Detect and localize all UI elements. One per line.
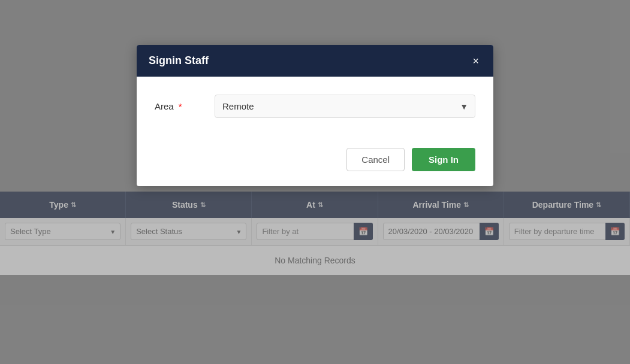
area-label: Area * [155,101,203,111]
signin-modal: Signin Staff × Area * Remote On-site Off… [137,45,493,186]
modal-close-button[interactable]: × [470,56,481,66]
modal-overlay: Signin Staff × Area * Remote On-site Off… [0,0,630,364]
modal-title: Signin Staff [149,54,209,67]
area-select[interactable]: Remote On-site Office [215,95,475,118]
modal-body: Area * Remote On-site Office ▼ [137,77,493,142]
required-star: * [179,101,182,111]
modal-header: Signin Staff × [137,45,493,77]
area-form-group: Area * Remote On-site Office ▼ [155,95,475,118]
signin-button[interactable]: Sign In [412,148,475,171]
cancel-button[interactable]: Cancel [346,148,405,171]
modal-footer: Cancel Sign In [137,142,493,186]
area-select-wrapper: Remote On-site Office ▼ [215,95,475,118]
